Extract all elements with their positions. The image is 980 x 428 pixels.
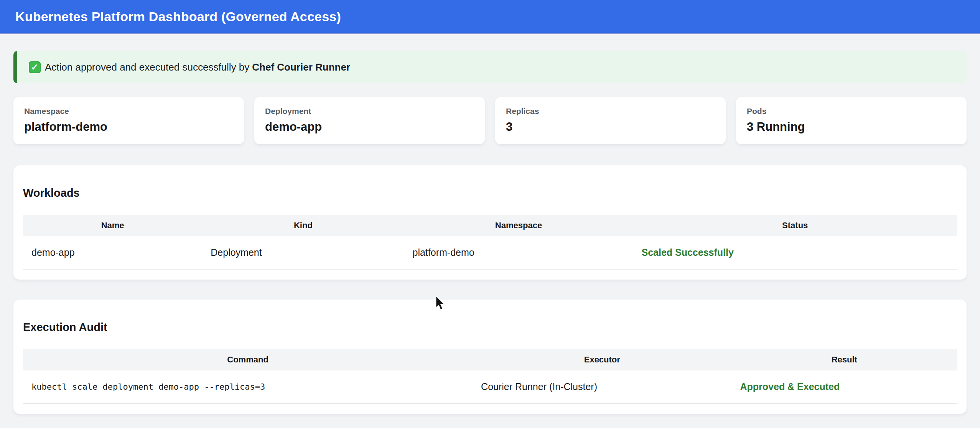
stat-card-namespace: Namespace platform-demo — [13, 97, 244, 144]
stat-label: Deployment — [265, 107, 474, 116]
success-alert: ✓ Action approved and executed successfu… — [13, 51, 967, 83]
col-header-result: Result — [732, 349, 957, 370]
col-header-namespace: Namespace — [404, 215, 633, 236]
stat-cards-row: Namespace platform-demo Deployment demo-… — [13, 97, 967, 144]
stat-label: Namespace — [24, 107, 233, 116]
alert-actor: Chef Courier Runner — [252, 61, 350, 73]
stat-label: Replicas — [506, 107, 715, 116]
audit-result-cell: Approved & Executed — [732, 370, 957, 403]
stat-card-deployment: Deployment demo-app — [254, 97, 485, 144]
audit-executor-cell: Courier Runner (In-Cluster) — [473, 370, 731, 403]
stat-card-replicas: Replicas 3 — [495, 97, 726, 144]
col-header-status: Status — [633, 215, 957, 236]
col-header-command: Command — [23, 349, 473, 370]
col-header-name: Name — [23, 215, 202, 236]
workload-name-cell: demo-app — [23, 236, 202, 269]
execution-audit-panel: Execution Audit Command Executor Result … — [13, 300, 967, 414]
stat-value: demo-app — [265, 120, 474, 134]
workload-kind-cell: Deployment — [202, 236, 404, 269]
audit-header-row: Command Executor Result — [23, 349, 957, 370]
kubernetes-dashboard-screen: Kubernetes Platform Dashboard (Governed … — [0, 0, 980, 428]
page-title: Kubernetes Platform Dashboard (Governed … — [15, 9, 341, 24]
workloads-header-row: Name Kind Namespace Status — [23, 215, 957, 236]
execution-audit-title: Execution Audit — [23, 321, 957, 334]
table-row: kubectl scale deployment demo-app --repl… — [23, 370, 957, 403]
table-row: demo-app Deployment platform-demo Scaled… — [23, 236, 957, 269]
stat-label: Pods — [747, 107, 956, 116]
workload-namespace-cell: platform-demo — [404, 236, 633, 269]
col-header-executor: Executor — [473, 349, 731, 370]
stat-value: platform-demo — [24, 120, 233, 134]
alert-message: Action approved and executed successfull… — [45, 61, 249, 73]
stat-value: 3 — [506, 120, 715, 134]
workloads-panel: Workloads Name Kind Namespace Status dem… — [13, 165, 967, 280]
app-header: Kubernetes Platform Dashboard (Governed … — [0, 0, 980, 34]
workloads-table: Name Kind Namespace Status demo-app Depl… — [23, 215, 957, 270]
col-header-kind: Kind — [202, 215, 404, 236]
check-mark-emoji-icon: ✓ — [29, 61, 41, 73]
main-content: ✓ Action approved and executed successfu… — [0, 51, 980, 414]
workloads-title: Workloads — [23, 187, 957, 199]
workload-status-cell: Scaled Successfully — [633, 236, 957, 269]
stat-value: 3 Running — [747, 120, 956, 134]
audit-command-cell: kubectl scale deployment demo-app --repl… — [23, 370, 473, 403]
execution-audit-table: Command Executor Result kubectl scale de… — [23, 349, 957, 404]
stat-card-pods: Pods 3 Running — [736, 97, 967, 144]
